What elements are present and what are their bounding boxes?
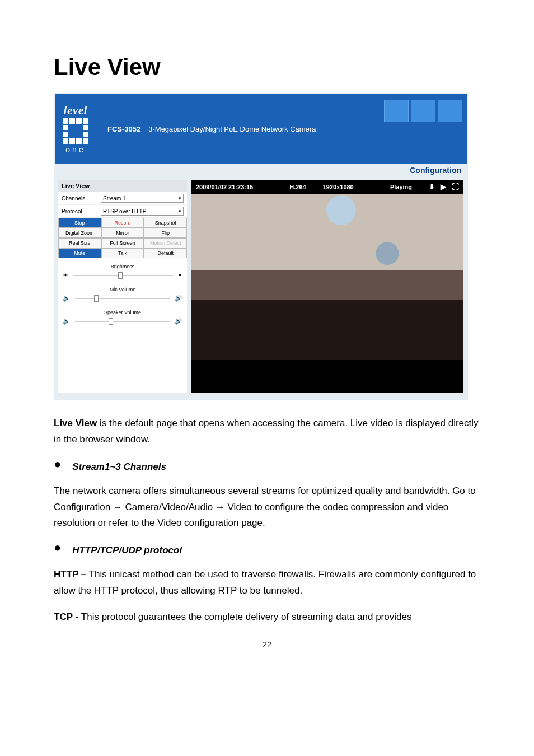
brand-logo-top: level	[64, 104, 88, 117]
snapshot-button[interactable]: Snapshot	[144, 218, 187, 228]
motion-detect-button[interactable]: Motion Detect	[144, 238, 187, 248]
video-preview: 2009/01/02 21:23:15 H.264 1920x1080 Play…	[191, 180, 463, 393]
digital-zoom-button[interactable]: Digital Zoom	[58, 228, 101, 238]
bullet-streams: ● Stream1~3 Channels	[54, 458, 480, 475]
configuration-link[interactable]: Configuration	[410, 166, 461, 175]
paragraph-intro: Live View is the default page that opens…	[54, 416, 480, 448]
channels-select[interactable]: Stream 1	[101, 194, 184, 203]
stop-button[interactable]: Stop	[58, 218, 101, 228]
flip-button[interactable]: Flip	[144, 228, 187, 238]
record-button[interactable]: Record	[101, 218, 144, 228]
download-icon[interactable]: ⬇	[429, 183, 435, 191]
real-size-button[interactable]: Real Size	[58, 238, 101, 248]
header-corner-squares	[384, 100, 462, 122]
default-button[interactable]: Default	[144, 248, 187, 258]
brightness-slider[interactable]	[73, 275, 173, 276]
brand-logo-bottom: one	[65, 145, 85, 154]
expand-icon[interactable]: ⛶	[452, 183, 459, 191]
channels-label: Channels	[62, 195, 101, 202]
video-status: Playing	[390, 184, 412, 190]
mic-low-icon: 🔈	[63, 295, 71, 302]
paragraph-http: HTTP – This unicast method can be used t…	[54, 567, 480, 599]
paragraph-tcp: TCP - This protocol guarantees the compl…	[54, 609, 480, 626]
panel-title: Live View	[58, 180, 187, 192]
model-label: FCS-3052	[107, 125, 140, 133]
brand-logo: level one	[63, 104, 88, 154]
speaker-high-icon: 🔊	[175, 318, 182, 325]
mic-slider[interactable]	[75, 298, 170, 299]
bullet-icon: ●	[54, 458, 61, 470]
mute-button[interactable]: Mute	[58, 248, 101, 258]
speaker-label: Speaker Volume	[63, 310, 182, 315]
brand-logo-grid	[63, 118, 88, 144]
button-grid: Stop Record Snapshot Digital Zoom Mirror…	[58, 218, 187, 258]
video-codec: H.264	[289, 184, 306, 190]
speaker-low-icon: 🔈	[63, 318, 71, 325]
model-desc: 3-Megapixel Day/Night PoE Dome Network C…	[148, 125, 316, 133]
video-timestamp: 2009/01/02 21:23:15	[196, 184, 253, 190]
mic-label: Mic Volume	[63, 287, 182, 292]
brightness-low-icon: ☀	[63, 272, 68, 279]
paragraph-streams: The network camera offers simultaneous s…	[54, 483, 480, 532]
brightness-label: Brightness	[63, 264, 182, 269]
play-icon[interactable]: ▶	[441, 183, 446, 191]
screenshot-figure: level one FCS-3052 3-Megapixel Day/Night…	[54, 93, 468, 400]
control-panel: Live View Channels Stream 1 Protocol RTS…	[58, 180, 187, 393]
page-number: 22	[54, 640, 480, 649]
speaker-slider[interactable]	[75, 321, 170, 322]
mic-high-icon: 🔊	[175, 295, 182, 302]
video-resolution: 1920x1080	[323, 184, 354, 190]
subheader-bar: Configuration	[55, 164, 467, 178]
brightness-high-icon: ✶	[177, 272, 182, 279]
talk-button[interactable]: Talk	[101, 248, 144, 258]
bullet-protocol: ● HTTP/TCP/UDP protocol	[54, 542, 480, 559]
mirror-button[interactable]: Mirror	[101, 228, 144, 238]
video-scene	[191, 194, 463, 360]
app-header: level one FCS-3052 3-Megapixel Day/Night…	[55, 94, 467, 164]
protocol-label: Protocol	[62, 208, 101, 214]
protocol-select[interactable]: RTSP over HTTP	[101, 207, 184, 216]
page-title: Live View	[54, 54, 480, 81]
bullet-icon: ●	[54, 542, 61, 554]
full-screen-button[interactable]: Full Screen	[101, 238, 144, 248]
